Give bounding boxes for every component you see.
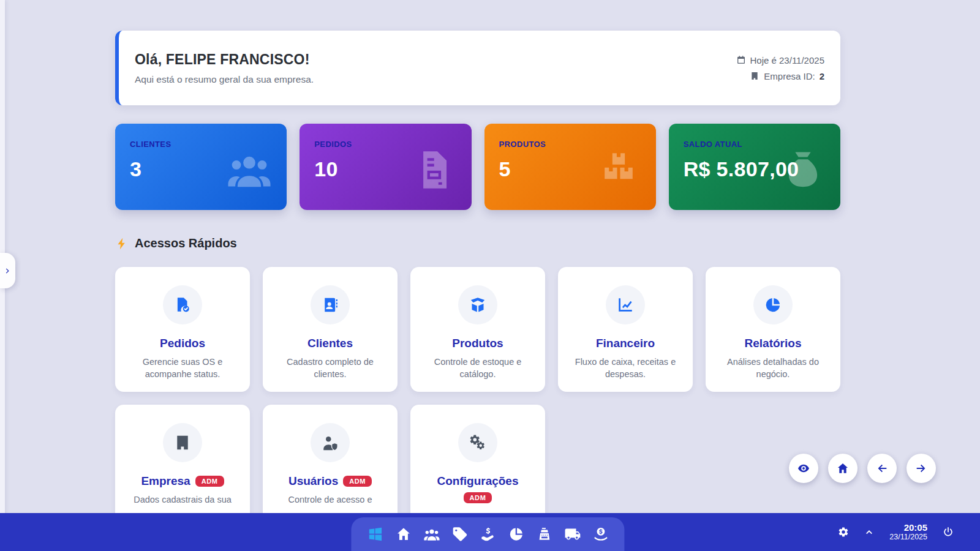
pie-chart-icon [764, 296, 782, 314]
invoice-icon [412, 147, 457, 192]
quick-access-card-title: Produtos [452, 337, 503, 350]
forward-button[interactable] [907, 454, 936, 483]
windows-icon [367, 526, 383, 542]
adm-badge: ADM [343, 476, 372, 487]
boxes-icon [596, 147, 641, 192]
today-line: Hoje é 23/11/2025 [736, 55, 825, 66]
company-id-prefix: Empresa ID: [764, 71, 815, 81]
arrow-right-icon [914, 462, 928, 475]
quick-access-card-empresa[interactable]: EmpresaADMDados cadastrais da sua [115, 405, 250, 530]
money-bag-icon [780, 147, 826, 192]
taskbar-cash-register-button[interactable] [533, 525, 554, 544]
adm-badge: ADM [464, 492, 492, 503]
quick-access-card-configuracoes[interactable]: ConfiguraçõesADM [410, 405, 545, 530]
calendar-icon [736, 55, 746, 65]
stat-card-clientes: CLIENTES3 [115, 124, 287, 210]
welcome-card: Olá, FELIPE FRANCISCO! Aqui está o resum… [115, 31, 840, 105]
taskbar-windows-button[interactable] [364, 525, 385, 544]
quick-access-card-produtos[interactable]: ProdutosControle de estoque e catálogo. [410, 267, 545, 392]
quick-access-card-description: Dados cadastrais da sua [129, 493, 236, 506]
quick-access-heading: Acessos Rápidos [115, 236, 237, 250]
floating-nav [789, 454, 936, 483]
stat-card-produtos: PRODUTOS5 [484, 124, 656, 210]
quick-access-card-description: Fluxo de caixa, receitas e despesas. [571, 356, 679, 380]
welcome-meta-block: Hoje é 23/11/2025 Empresa ID: 2 [736, 55, 841, 81]
sidebar-expand-handle[interactable] [0, 253, 15, 288]
quick-access-card-description: Gerencie suas OS e acompanhe status. [129, 356, 236, 380]
home-icon [836, 462, 850, 475]
stat-card-saldo-atual: SALDO ATUALR$ 5.807,00 [669, 124, 840, 210]
quick-access-card-description: Análises detalhadas do negócio. [719, 356, 827, 380]
company-id-line: Empresa ID: 2 [750, 71, 824, 81]
truck-icon [564, 526, 581, 542]
coin-hand-icon [592, 526, 609, 542]
building-icon [173, 433, 192, 452]
cash-register-icon [536, 526, 552, 542]
hand-dollar-icon [480, 526, 496, 542]
taskbar-home-button[interactable] [393, 525, 413, 544]
gears-icon [469, 433, 487, 452]
taskbar-pie-chart-button[interactable] [505, 525, 526, 544]
back-button[interactable] [867, 454, 897, 483]
contact-card-icon [321, 296, 339, 314]
greeting-title: Olá, FELIPE FRANCISCO! [135, 51, 314, 68]
quick-access-card-title: Financeiro [596, 337, 655, 350]
building-icon [750, 71, 760, 81]
quick-access-card-description: Cadastro completo de clientes. [276, 356, 384, 380]
quick-access-card-relatorios[interactable]: RelatóriosAnálises detalhadas do negócio… [706, 267, 840, 392]
power-icon [942, 526, 954, 538]
quick-access-card-title: Relatórios [745, 337, 802, 350]
eye-button[interactable] [789, 454, 818, 483]
taskbar-truck-button[interactable] [562, 525, 582, 544]
stats-row: CLIENTES3PEDIDOS10PRODUTOS5SALDO ATUALR$… [115, 124, 840, 210]
taskbar-coin-hand-button[interactable] [590, 525, 611, 544]
file-check-icon [173, 296, 192, 314]
taskbar-tray: 20:05 23/11/2025 [838, 513, 954, 551]
chart-line-icon [616, 296, 635, 314]
open-box-icon [469, 296, 487, 314]
taskbar-tag-button[interactable] [449, 525, 470, 544]
users-group-icon [423, 526, 440, 542]
taskbar-settings-button[interactable] [838, 527, 849, 538]
taskbar-power-button[interactable] [942, 526, 954, 538]
quick-access-card-description: Controle de acesso e [276, 493, 384, 506]
taskbar-users-group-button[interactable] [421, 525, 442, 544]
welcome-text-block: Olá, FELIPE FRANCISCO! Aqui está o resum… [119, 51, 314, 85]
chevron-up-icon [864, 527, 875, 538]
quick-access-card-title: Usuários [288, 474, 338, 488]
quick-access-card-clientes[interactable]: ClientesCadastro completo de clientes. [263, 267, 398, 392]
eye-icon [797, 462, 810, 475]
adm-badge: ADM [195, 476, 224, 487]
stat-card-pedidos: PEDIDOS10 [300, 124, 471, 210]
quick-access-card-pedidos[interactable]: PedidosGerencie suas OS e acompanhe stat… [115, 267, 250, 392]
quick-access-grid: PedidosGerencie suas OS e acompanhe stat… [115, 267, 840, 530]
quick-access-card-financeiro[interactable]: FinanceiroFluxo de caixa, receitas e des… [558, 267, 693, 392]
dashboard-screen: Olá, FELIPE FRANCISCO! Aqui está o resum… [0, 0, 980, 551]
home-button[interactable] [828, 454, 858, 483]
today-text: Hoje é 23/11/2025 [750, 55, 825, 66]
users-group-icon [227, 147, 272, 192]
bolt-icon [115, 237, 129, 250]
quick-access-card-title: Pedidos [160, 337, 205, 350]
arrow-left-icon [875, 462, 889, 475]
chevron-right-icon [4, 267, 12, 275]
person-shield-icon [321, 433, 339, 452]
taskbar-dock [351, 517, 624, 551]
quick-access-title: Acessos Rápidos [135, 236, 237, 250]
taskbar: 20:05 23/11/2025 [0, 513, 980, 551]
taskbar-collapse-button[interactable] [864, 527, 875, 538]
quick-access-card-usuarios[interactable]: UsuáriosADMControle de acesso e [263, 405, 398, 530]
pie-chart-icon [508, 526, 524, 542]
tag-icon [451, 526, 468, 542]
quick-access-card-title: Empresa [141, 474, 190, 488]
greeting-subtitle: Aqui está o resumo geral da sua empresa. [135, 74, 314, 85]
company-id-value: 2 [820, 71, 824, 81]
taskbar-hand-dollar-button[interactable] [477, 525, 498, 544]
clock-time: 20:05 [889, 522, 927, 533]
taskbar-clock: 20:05 23/11/2025 [889, 522, 927, 542]
quick-access-card-title: Configurações [437, 474, 518, 488]
quick-access-card-title: Clientes [307, 337, 353, 350]
gear-icon [838, 527, 849, 538]
clock-date: 23/11/2025 [889, 533, 927, 541]
home-icon [395, 526, 412, 542]
